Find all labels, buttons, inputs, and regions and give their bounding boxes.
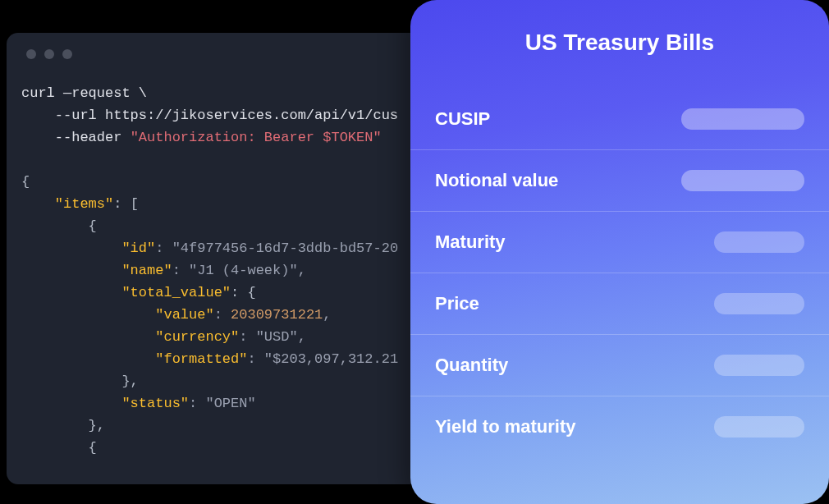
traffic-dot-close[interactable] bbox=[26, 49, 36, 59]
card-row-cusip[interactable]: CUSIP bbox=[410, 89, 829, 149]
traffic-dot-zoom[interactable] bbox=[62, 49, 72, 59]
card-row-quantity[interactable]: Quantity bbox=[410, 334, 829, 396]
card-row-yield-to-maturity[interactable]: Yield to maturity bbox=[410, 396, 829, 457]
traffic-dot-minimize[interactable] bbox=[44, 49, 54, 59]
card-row-label: Quantity bbox=[435, 355, 508, 376]
value-placeholder bbox=[714, 416, 804, 438]
card-title: US Treasury Bills bbox=[410, 30, 829, 56]
stage: curl —request \ --url https://jikoservic… bbox=[0, 0, 829, 504]
card-row-maturity[interactable]: Maturity bbox=[410, 211, 829, 273]
card-rows: CUSIP Notional value Maturity Price Quan… bbox=[410, 89, 829, 457]
card-row-label: Price bbox=[435, 293, 479, 314]
card-row-notional-value[interactable]: Notional value bbox=[410, 149, 829, 211]
card-row-label: Maturity bbox=[435, 231, 506, 253]
value-placeholder bbox=[681, 170, 804, 191]
value-placeholder bbox=[714, 293, 804, 314]
card-row-label: Notional value bbox=[435, 170, 558, 191]
value-placeholder bbox=[714, 231, 804, 253]
card-row-price[interactable]: Price bbox=[410, 273, 829, 334]
value-placeholder bbox=[681, 108, 804, 130]
treasury-card: US Treasury Bills CUSIP Notional value M… bbox=[410, 0, 829, 504]
card-row-label: Yield to maturity bbox=[435, 416, 576, 438]
value-placeholder bbox=[714, 355, 804, 376]
card-row-label: CUSIP bbox=[435, 108, 490, 130]
